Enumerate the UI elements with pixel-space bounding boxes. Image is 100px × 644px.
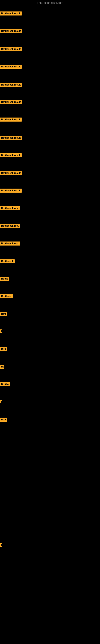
bottleneck-badge-container-4: Bottleneck result [0,64,22,70]
bottleneck-badge-container-7: Bottleneck result [0,118,22,122]
bottleneck-badge-container-3: Bottleneck result [0,47,22,52]
bottleneck-badge-container-13: Bottleneck resu [0,224,20,228]
bottleneck-badge-container-6: Bottleneck result [0,100,22,105]
bottleneck-badge-24[interactable]: Bott [0,418,7,422]
bottleneck-badge-container-10: Bottleneck result [0,171,22,176]
bottleneck-badge-container-1: Bottleneck result [0,12,22,16]
bottleneck-badge-14[interactable]: Bottleneck resu [0,242,20,246]
bottleneck-badge-4[interactable]: Bottleneck result [0,64,22,69]
bottleneck-badge-container-17: Bottlenec [0,294,13,299]
bottleneck-badge-container-20: Bott [0,347,7,352]
bottleneck-badge-container-18: Bott [0,312,7,317]
bottleneck-badge-container-11: Bottleneck result [0,188,22,194]
bottleneck-badge-container-8: Bottleneck result [0,136,22,141]
site-title: TheBottlenecker.com [0,0,100,5]
bottleneck-badge-5[interactable]: Bottleneck result [0,83,22,87]
bottleneck-badge-container-19: B [0,330,2,334]
bottleneck-badge-container-5: Bottleneck result [0,83,22,88]
bottleneck-badge-8[interactable]: Bottleneck result [0,136,22,140]
bottleneck-badge-13[interactable]: Bottleneck resu [0,224,20,228]
bottleneck-badge-1[interactable]: Bottleneck result [0,12,22,16]
bottleneck-badge-21[interactable]: Bo [0,365,4,369]
bottleneck-badge-container-9: Bottleneck result [0,153,22,158]
bottleneck-badge-container-25: | [0,544,1,548]
bottleneck-badge-25[interactable]: | [0,544,2,547]
bottleneck-badge-16[interactable]: Bottle [0,277,9,281]
bottleneck-badge-container-22: Bottler [0,382,10,387]
bottleneck-badge-container-21: Bo [0,365,4,370]
bottleneck-badge-20[interactable]: Bott [0,347,7,351]
bottleneck-badge-12[interactable]: Bottleneck resu [0,206,20,210]
bottleneck-badge-22[interactable]: Bottler [0,382,10,386]
bottleneck-badge-container-14: Bottleneck resu [0,242,20,246]
bottleneck-badge-7[interactable]: Bottleneck result [0,118,22,122]
bottleneck-badge-17[interactable]: Bottlenec [0,294,13,298]
bottleneck-badge-container-15: Bottleneck [0,259,15,264]
bottleneck-badge-9[interactable]: Bottleneck result [0,153,22,158]
bottleneck-badge-container-12: Bottleneck resu [0,206,20,211]
bottleneck-badge-11[interactable]: Bottleneck result [0,188,22,192]
bottleneck-badge-6[interactable]: Bottleneck result [0,100,22,104]
bottleneck-badge-15[interactable]: Bottleneck [0,259,15,263]
bottleneck-badge-10[interactable]: Bottleneck result [0,171,22,175]
bottleneck-badge-3[interactable]: Bottleneck result [0,47,22,51]
bottleneck-badge-container-23: | [0,400,1,404]
bottleneck-badge-container-24: Bott [0,418,7,422]
bottleneck-badge-container-2: Bottleneck result [0,29,22,34]
bottleneck-badge-23[interactable]: | [0,400,2,403]
bottleneck-badge-19[interactable]: B [0,330,2,333]
bottleneck-badge-2[interactable]: Bottleneck result [0,29,22,33]
bottleneck-badge-18[interactable]: Bott [0,312,7,316]
bottleneck-badge-container-16: Bottle [0,277,9,282]
